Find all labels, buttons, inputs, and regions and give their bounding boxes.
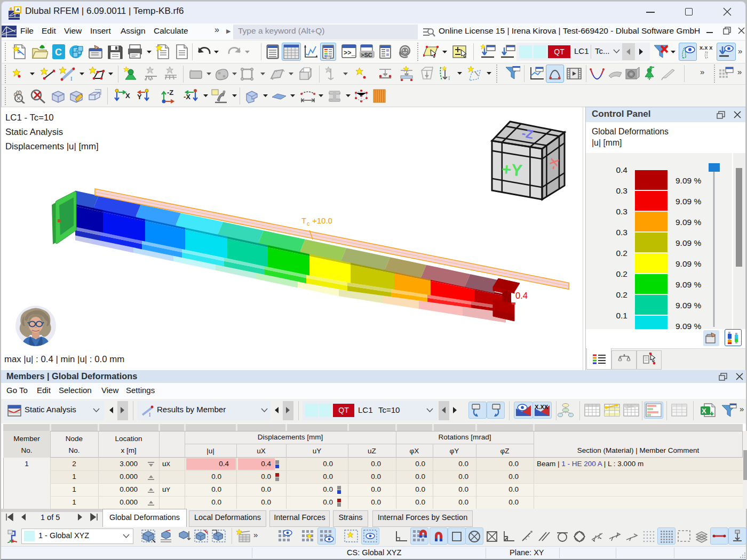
svg-text:0.3: 0.3 (616, 186, 627, 195)
svg-text:X: X (125, 92, 130, 100)
svg-text:X.XX: X.XX (535, 404, 549, 410)
svg-text:+Y: +Y (501, 159, 523, 180)
svg-text:C: C (55, 47, 62, 58)
svg-text:-Z: -Z (167, 89, 173, 97)
svg-text:9.09 %: 9.09 % (676, 176, 701, 185)
svg-text:9.09 %: 9.09 % (676, 238, 701, 247)
svg-text:X: X (702, 407, 706, 415)
svg-text:0.1: 0.1 (616, 311, 627, 320)
svg-text:0.3: 0.3 (616, 228, 627, 237)
svg-text:I: I (149, 412, 150, 417)
svg-text:0.2: 0.2 (616, 269, 627, 278)
svg-text:-Z: -Z (521, 126, 535, 141)
svg-text:0.4: 0.4 (616, 165, 627, 174)
svg-text:0.2: 0.2 (616, 249, 627, 258)
svg-text:>>_: >>_ (344, 50, 355, 57)
svg-text:9.09 %: 9.09 % (676, 197, 701, 206)
svg-text:-X: -X (184, 93, 190, 101)
svg-text:9.09 %: 9.09 % (676, 218, 701, 227)
svg-text:>SC: >SC (361, 52, 372, 58)
svg-text:0.3: 0.3 (616, 207, 627, 216)
svg-text:x.x x: x.x x (700, 44, 713, 51)
svg-text:6: 6 (10, 6, 12, 12)
svg-text:9.09 %: 9.09 % (676, 259, 701, 268)
svg-text:Y: Y (137, 93, 142, 101)
svg-text:9.09 %: 9.09 % (676, 301, 701, 310)
svg-text:0.2: 0.2 (616, 290, 627, 299)
svg-text:I: I (448, 75, 450, 81)
svg-text:9.09 %: 9.09 % (676, 322, 701, 329)
svg-text:9.09 %: 9.09 % (676, 280, 701, 289)
